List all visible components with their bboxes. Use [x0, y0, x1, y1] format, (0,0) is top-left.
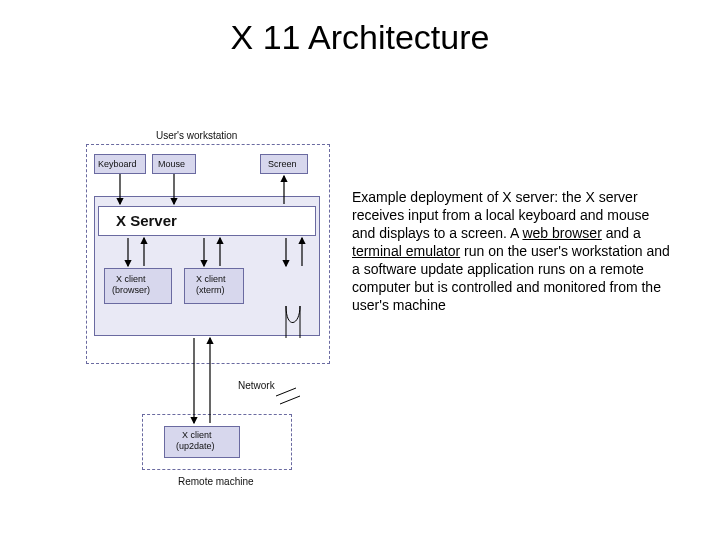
slide: X 11 Architecture User's workstation Key…: [0, 0, 720, 540]
architecture-diagram: User's workstation Keyboard Mouse Screen…: [86, 130, 332, 500]
label-mouse: Mouse: [158, 159, 185, 169]
label-xclient-remote-1: X client: [182, 430, 212, 440]
label-user-workstation: User's workstation: [156, 130, 237, 141]
desc-text-2: and a: [602, 225, 641, 241]
label-keyboard: Keyboard: [98, 159, 137, 169]
link-terminal-emulator[interactable]: terminal emulator: [352, 243, 460, 259]
svg-line-14: [280, 396, 300, 404]
label-xclient-browser-1: X client: [116, 274, 146, 284]
label-xclient-xterm-2: (xterm): [196, 285, 225, 295]
link-web-browser[interactable]: web browser: [522, 225, 601, 241]
label-screen: Screen: [268, 159, 297, 169]
description-paragraph: Example deployment of X server: the X se…: [352, 188, 672, 314]
label-xclient-browser-2: (browser): [112, 285, 150, 295]
svg-line-13: [276, 388, 296, 396]
label-remote-machine: Remote machine: [178, 476, 254, 487]
label-xserver: X Server: [116, 212, 177, 229]
label-xclient-xterm-1: X client: [196, 274, 226, 284]
label-network: Network: [238, 380, 275, 391]
page-title: X 11 Architecture: [0, 18, 720, 57]
label-xclient-remote-2: (up2date): [176, 441, 215, 451]
